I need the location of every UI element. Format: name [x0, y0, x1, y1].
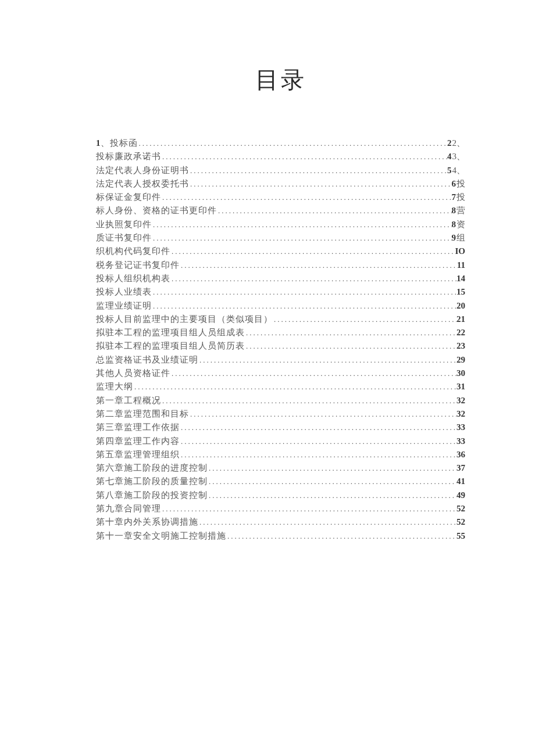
toc-entry-label: 业执照复印件: [96, 218, 152, 231]
toc-entry-label: 第十一章安全文明施工控制措施: [96, 529, 226, 543]
toc-entry: 业执照复印件8资: [96, 218, 465, 231]
toc-entry: 第十章内外关系协调措施52: [96, 515, 465, 529]
toc-entry-page: 52: [456, 515, 465, 529]
toc-entry-prefix: 1: [96, 137, 101, 150]
toc-leader-dots: [180, 259, 457, 272]
toc-entry-page: 23: [456, 339, 465, 353]
toc-leader-dots: [180, 435, 456, 448]
toc-entry: 第一章工程概况32: [96, 394, 465, 407]
toc-entry-suffix: 投: [456, 191, 465, 204]
toc-leader-dots: [217, 204, 452, 217]
toc-entry-label: 总监资格证书及业绩证明: [96, 353, 198, 367]
toc-entry-label: 第七章施工阶段的质量控制: [96, 475, 208, 488]
toc-entry-label: 第四章监理工作内容: [96, 435, 180, 448]
toc-entry: 投标人业绩表15: [96, 285, 465, 299]
toc-entry-page: 49: [456, 489, 465, 502]
toc-entry-label: 税务登记证书复印件: [96, 259, 180, 272]
toc-leader-dots: [152, 285, 456, 299]
toc-entry-page: 14: [456, 272, 465, 285]
toc-entry: 第八章施工阶段的投资控制49: [96, 489, 465, 502]
toc-leader-dots: [208, 461, 456, 475]
toc-entry: 标人身份、资格的证书更印件8营: [96, 204, 465, 217]
toc-entry: 第十一章安全文明施工控制措施55: [96, 529, 465, 543]
toc-entry: 其他人员资格证件30: [96, 367, 465, 380]
toc-entry-suffix: 3、: [452, 150, 466, 163]
toc-leader-dots: [208, 489, 456, 502]
toc-leader-dots: [180, 448, 456, 461]
toc-entry-label: 法定代表人授权委托书: [96, 177, 189, 191]
toc-entry-suffix: 营: [456, 204, 465, 217]
toc-leader-dots: [152, 299, 456, 313]
toc-leader-dots: [245, 339, 456, 353]
toc-entry-page: 20: [456, 299, 465, 313]
toc-entry: 质证书复印件9组: [96, 231, 465, 245]
toc-leader-dots: [198, 515, 456, 529]
toc-entry-suffix: 资: [456, 218, 465, 231]
toc-entry-label: 投标人组织机构表: [96, 272, 170, 285]
toc-entry-page: 30: [456, 367, 465, 380]
toc-entry: 第五章监理管理组织36: [96, 448, 465, 461]
toc-entry-suffix: 组: [456, 231, 465, 245]
toc-entry-label: 第二章监理范围和目标: [96, 407, 189, 421]
toc-entry-suffix: 4、: [452, 164, 466, 177]
toc-entry: 监理业绩证明20: [96, 299, 465, 313]
toc-entry-page: 22: [456, 326, 465, 339]
toc-leader-dots: [170, 272, 456, 285]
toc-entry-page: 7: [452, 191, 456, 204]
toc-entry-page: 11: [457, 259, 465, 272]
toc-leader-dots: [133, 380, 456, 393]
toc-leader-dots: [189, 177, 452, 191]
toc-entry-page: 41: [456, 475, 465, 488]
toc-entry: 投标廉政承诺书43、: [96, 150, 465, 163]
toc-entry: 第九章合同管理52: [96, 502, 465, 515]
toc-entry: 法定代表人授权委托书6投: [96, 177, 465, 191]
toc-entry: 监理大纲31: [96, 380, 465, 393]
toc-entry-suffix: 2、: [452, 137, 466, 150]
toc-entry: 拟驻本工程的监理项目组人员简历表23: [96, 339, 465, 353]
toc-entry-label: 监理大纲: [96, 380, 133, 393]
toc-leader-dots: [180, 421, 456, 434]
toc-entry: 织机构代码复印件IO: [96, 245, 465, 258]
toc-leader-dots: [226, 529, 456, 543]
toc-entry-page: 52: [456, 502, 465, 515]
toc-entry-label: 第五章监理管理组织: [96, 448, 180, 461]
toc-entry-page: 37: [456, 461, 465, 475]
toc-entry-page: 5: [447, 164, 452, 177]
toc-entry-page: 32: [456, 394, 465, 407]
toc-leader-dots: [152, 218, 452, 231]
toc-entry-page: 32: [456, 407, 465, 421]
toc-entry-label: 标人身份、资格的证书更印件: [96, 204, 217, 217]
toc-entry-label: 第三章监理工作依据: [96, 421, 180, 434]
toc-entry-label: 质证书复印件: [96, 231, 152, 245]
toc-entry-label: 第八章施工阶段的投资控制: [96, 489, 208, 502]
toc-entry: 1、投标函22、: [96, 137, 465, 150]
toc-entry-page: 8: [452, 218, 456, 231]
toc-entry-page: 36: [456, 448, 465, 461]
toc-entry-page: 21: [456, 313, 465, 326]
document-page: 目录 1、投标函22、投标廉政承诺书43、法定代表人身份证明书54、法定代表人授…: [0, 0, 535, 756]
toc-entry-label: 拟驻本工程的监理项目组人员简历表: [96, 339, 245, 353]
toc-leader-dots: [170, 245, 455, 258]
toc-entry-label: 投标廉政承诺书: [96, 150, 161, 163]
toc-entry-page: 9: [452, 231, 456, 245]
toc-entry-label: 拟驻本工程的监理项目组人员组成表: [96, 326, 245, 339]
toc-leader-dots: [170, 367, 456, 380]
page-title: 目录: [96, 64, 465, 96]
toc-entry-page: 8: [452, 204, 456, 217]
toc-entry-page: 29: [456, 353, 465, 367]
toc-entry: 投标人组织机构表14: [96, 272, 465, 285]
toc-entry-page: IO: [455, 245, 465, 258]
toc-leader-dots: [245, 326, 456, 339]
toc-entry: 第三章监理工作依据33: [96, 421, 465, 434]
toc-leader-dots: [161, 394, 456, 407]
toc-entry: 投标人目前监理中的主要项目（类似项目）21: [96, 313, 465, 326]
toc-leader-dots: [138, 137, 448, 150]
toc-entry-page: 31: [456, 380, 465, 393]
toc-entry-label: 第一章工程概况: [96, 394, 161, 407]
toc-leader-dots: [161, 191, 452, 204]
toc-leader-dots: [161, 150, 447, 163]
toc-leader-dots: [208, 475, 456, 488]
toc-entry: 第四章监理工作内容33: [96, 435, 465, 448]
toc-entry-label: 第九章合同管理: [96, 502, 161, 515]
table-of-contents: 1、投标函22、投标廉政承诺书43、法定代表人身份证明书54、法定代表人授权委托…: [96, 137, 465, 543]
